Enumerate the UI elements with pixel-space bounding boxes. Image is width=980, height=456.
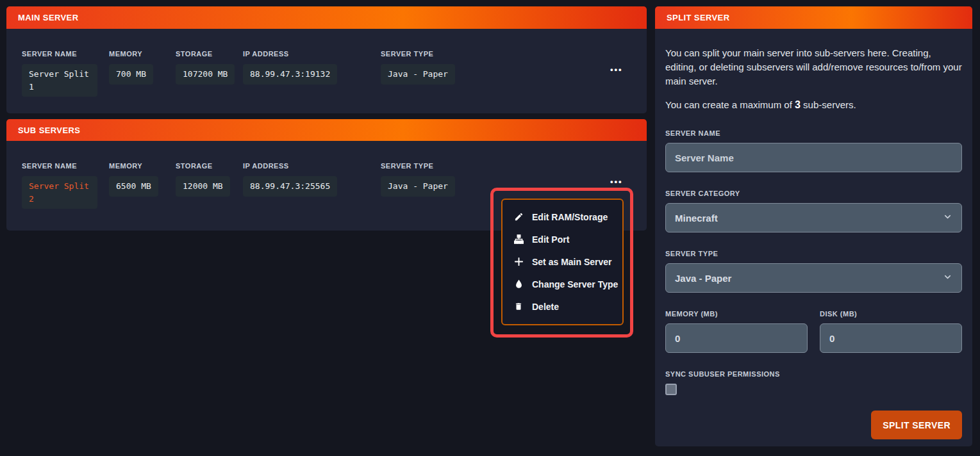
- sitemap-icon: [513, 234, 524, 245]
- sub-col-name: SERVER NAME Server Split 2: [22, 162, 97, 209]
- server-name-input[interactable]: [665, 143, 962, 172]
- sub-server-memory-chip: 6500 MB: [109, 176, 158, 197]
- sub-col-storage: STORAGE 12000 MB: [176, 162, 230, 197]
- main-col-storage: STORAGE 107200 MB: [176, 50, 235, 85]
- droplet-icon: [513, 279, 524, 289]
- column-header-server-name: SERVER NAME: [22, 162, 97, 170]
- main-server-ip-chip: 88.99.47.3:19132: [243, 64, 337, 85]
- split-server-title: SPLIT SERVER: [667, 13, 729, 22]
- main-server-name-chip: Server Split 1: [22, 64, 97, 97]
- split-server-header: SPLIT SERVER: [655, 6, 972, 29]
- disk-label: DISK (MB): [820, 310, 962, 318]
- column-header-server-type: SERVER TYPE: [381, 50, 455, 58]
- split-max-prefix: You can create a maximum of: [665, 99, 795, 110]
- sub-col-ip: IP ADDRESS 88.99.47.3:25565: [243, 162, 337, 197]
- main-server-type-chip: Java - Paper: [381, 64, 455, 85]
- server-type-value: Java - Paper: [675, 273, 731, 284]
- trash-icon: [513, 302, 524, 312]
- main-server-storage-chip: 107200 MB: [176, 64, 235, 85]
- memory-field-group: MEMORY (MB): [665, 293, 808, 353]
- chevron-down-icon: [943, 272, 952, 284]
- main-server-title: MAIN SERVER: [18, 13, 78, 22]
- sub-server-ip-chip: 88.99.47.3:25565: [243, 176, 337, 197]
- split-server-button[interactable]: SPLIT SERVER: [871, 411, 962, 439]
- column-header-storage: STORAGE: [176, 50, 235, 58]
- main-server-card: SERVER NAME Server Split 1 MEMORY 700 MB…: [6, 29, 647, 113]
- main-server-memory-chip: 700 MB: [109, 64, 153, 85]
- column-header-server-type: SERVER TYPE: [381, 162, 455, 170]
- main-col-type: SERVER TYPE Java - Paper: [381, 50, 455, 85]
- split-description: You can split your main server into sub-…: [665, 46, 962, 88]
- disk-input[interactable]: [820, 323, 962, 353]
- plus-icon: [513, 257, 524, 267]
- server-type-select[interactable]: Java - Paper: [665, 263, 962, 293]
- menu-item-set-as-main-server[interactable]: Set as Main Server: [502, 250, 622, 273]
- server-name-label: SERVER NAME: [665, 129, 962, 137]
- sub-col-type: SERVER TYPE Java - Paper: [381, 162, 455, 197]
- split-max-note: You can create a maximum of 3 sub-server…: [665, 98, 962, 112]
- menu-item-label: Edit Port: [532, 234, 569, 245]
- sync-subuser-permissions-label: SYNC SUBUSER PERMISSIONS: [665, 370, 962, 378]
- column-header-storage: STORAGE: [176, 162, 230, 170]
- menu-item-label: Delete: [532, 302, 559, 312]
- menu-item-delete[interactable]: Delete: [502, 295, 622, 318]
- split-max-count: 3: [795, 99, 801, 110]
- column-header-server-name: SERVER NAME: [22, 50, 97, 58]
- sub-col-memory: MEMORY 6500 MB: [109, 162, 158, 197]
- pencil-icon: [513, 212, 524, 222]
- sub-server-actions-ellipsis-icon[interactable]: •••: [610, 177, 623, 186]
- sub-servers-header: SUB SERVERS: [6, 119, 647, 142]
- sub-server-context-menu: Edit RAM/Storage Edit Port Set as Main S…: [501, 199, 624, 325]
- memory-label: MEMORY (MB): [665, 310, 808, 318]
- sync-subuser-permissions-checkbox[interactable]: [665, 384, 677, 395]
- main-col-name: SERVER NAME Server Split 1: [22, 50, 97, 97]
- main-server-actions-ellipsis-icon[interactable]: •••: [610, 65, 623, 74]
- main-col-ip: IP ADDRESS 88.99.47.3:19132: [243, 50, 337, 85]
- column-header-memory: MEMORY: [109, 50, 153, 58]
- memory-input[interactable]: [665, 323, 808, 353]
- server-category-label: SERVER CATEGORY: [665, 190, 962, 197]
- menu-item-edit-port[interactable]: Edit Port: [502, 228, 622, 250]
- menu-item-label: Edit RAM/Storage: [532, 212, 608, 222]
- sub-server-name-link[interactable]: Server Split 2: [22, 176, 97, 209]
- menu-item-edit-ram-storage[interactable]: Edit RAM/Storage: [502, 206, 622, 228]
- menu-item-label: Change Server Type: [532, 279, 618, 289]
- column-header-ip-address: IP ADDRESS: [243, 50, 337, 58]
- main-server-header: MAIN SERVER: [6, 6, 647, 29]
- split-max-suffix: sub-servers.: [801, 99, 856, 110]
- server-category-select[interactable]: Minecraft: [665, 203, 962, 232]
- menu-item-change-server-type[interactable]: Change Server Type: [502, 273, 622, 295]
- memory-disk-row: MEMORY (MB) DISK (MB): [665, 293, 962, 353]
- server-type-label: SERVER TYPE: [665, 250, 962, 257]
- split-button-row: SPLIT SERVER: [665, 411, 962, 439]
- column-header-ip-address: IP ADDRESS: [243, 162, 337, 170]
- menu-item-label: Set as Main Server: [532, 257, 612, 267]
- disk-field-group: DISK (MB): [820, 293, 962, 353]
- sub-server-type-chip: Java - Paper: [381, 176, 455, 197]
- split-server-page: MAIN SERVER SERVER NAME Server Split 1 M…: [0, 0, 980, 456]
- chevron-down-icon: [943, 212, 952, 224]
- column-header-memory: MEMORY: [109, 162, 158, 170]
- main-col-memory: MEMORY 700 MB: [109, 50, 153, 85]
- sub-servers-title: SUB SERVERS: [18, 126, 80, 135]
- server-category-value: Minecraft: [675, 213, 718, 224]
- sub-server-storage-chip: 12000 MB: [176, 176, 230, 197]
- split-server-card: You can split your main server into sub-…: [655, 29, 972, 446]
